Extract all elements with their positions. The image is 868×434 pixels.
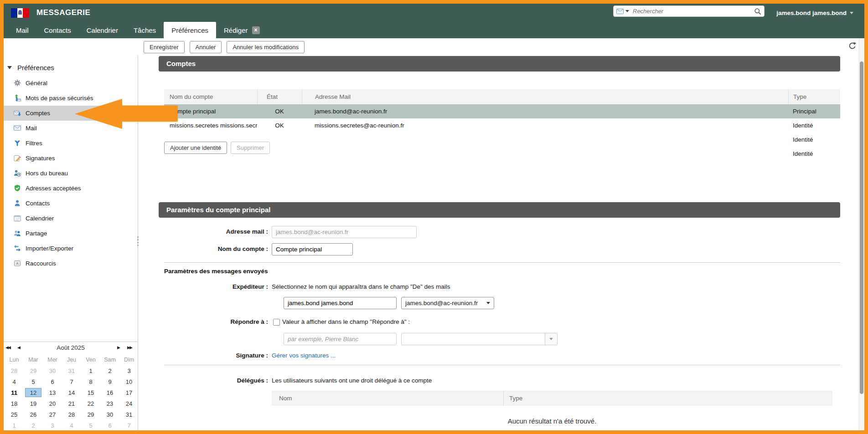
calendar-day[interactable]: 4 (5, 377, 24, 388)
account-row[interactable]: missions.secretes missions.secreOKmissio… (164, 118, 840, 133)
calendar-day[interactable]: 29 (24, 366, 43, 377)
calendar-day[interactable]: 1 (81, 366, 100, 377)
tab-mail[interactable]: Mail (8, 22, 36, 38)
calendar-day[interactable]: 30 (43, 366, 62, 377)
calendar-day[interactable]: 18 (5, 398, 24, 409)
tab-contacts[interactable]: Contacts (36, 22, 79, 38)
collapse-triangle-icon[interactable] (7, 66, 12, 69)
calendar-day-header: Jeu (62, 357, 81, 363)
scrollbar-thumb[interactable] (860, 61, 863, 394)
calendar-day[interactable]: 28 (62, 409, 81, 420)
sidebar-item-hors-du-bureau[interactable]: Hors du bureau (4, 166, 138, 181)
calendar-day[interactable]: 17 (119, 388, 139, 398)
calendar-day[interactable]: 16 (100, 388, 119, 398)
reply-to-checkbox-label: Valeur à afficher dans le champ "Répondr… (282, 318, 410, 325)
add-identity-button[interactable]: Ajouter une identité (164, 142, 227, 154)
chevron-down-icon[interactable] (625, 10, 629, 12)
shortcut-key-icon: A (14, 260, 21, 267)
calendar-day[interactable]: 9 (100, 377, 119, 388)
search-icon[interactable] (754, 8, 761, 15)
next-month-icon[interactable]: ▶ (117, 345, 120, 350)
combo-dropdown-button[interactable] (545, 333, 557, 345)
calendar-day[interactable]: 25 (5, 409, 24, 420)
next-year-icon[interactable]: ▶▶ (127, 345, 132, 350)
delete-identity-button[interactable]: Supprimer (231, 142, 270, 154)
manage-signatures-link[interactable]: Gérer vos signatures ... (272, 352, 336, 359)
calendar-day[interactable]: 13 (43, 388, 62, 398)
column-header-name[interactable]: Nom du compte (164, 89, 257, 104)
calendar-day[interactable]: 1 (5, 420, 24, 431)
calendar-day[interactable]: 2 (24, 420, 43, 431)
calendar-day[interactable]: 24 (119, 398, 139, 409)
email-field[interactable] (272, 226, 417, 238)
calendar-day[interactable]: 4 (62, 420, 81, 431)
calendar-day[interactable]: 8 (81, 377, 100, 388)
tab-calendrier[interactable]: Calendrier (79, 22, 126, 38)
sidebar-item-general[interactable]: Général (4, 76, 138, 91)
tab-taches[interactable]: Tâches (126, 22, 164, 38)
sidebar-item-signatures[interactable]: Signatures (4, 151, 138, 166)
calendar-day[interactable]: 10 (119, 377, 139, 388)
messagerie-window: MESSAGERIE james.bond james.bond Mail Co… (0, 0, 868, 434)
refresh-icon[interactable] (848, 41, 857, 52)
from-name-input[interactable] (284, 297, 397, 309)
calendar-day[interactable]: 26 (24, 409, 43, 420)
sash-handle[interactable] (137, 236, 139, 248)
reply-to-checkbox[interactable] (273, 319, 280, 326)
calendar-day[interactable]: 22 (81, 398, 100, 409)
calendar-day[interactable]: 15 (81, 388, 100, 398)
calendar-day[interactable]: 27 (43, 409, 62, 420)
column-header-delegate-name[interactable]: Nom (272, 391, 503, 406)
sidebar-item-contacts[interactable]: Contacts (4, 196, 138, 211)
sidebar-item-partage[interactable]: Partage (4, 226, 138, 241)
calendar-day[interactable]: 21 (62, 398, 81, 409)
column-header-status[interactable]: État (257, 89, 302, 104)
calendar-day[interactable]: 7 (62, 377, 81, 388)
calendar-day[interactable]: 14 (62, 388, 81, 398)
calendar-day[interactable]: 31 (119, 409, 139, 420)
close-icon[interactable]: × (252, 26, 260, 34)
tab-preferences[interactable]: Préférences (164, 22, 216, 38)
calendar-day[interactable]: 28 (5, 366, 24, 377)
undo-changes-button[interactable]: Annuler les modifications (227, 41, 305, 53)
account-row[interactable]: Compte principalOKjames.bond@ac-reunion.… (164, 104, 840, 118)
search-box[interactable] (613, 5, 765, 17)
calendar-day[interactable]: 7 (119, 420, 139, 431)
calendar-selected-day[interactable]: 12 (25, 388, 41, 397)
calendar-day[interactable]: 11 (5, 388, 24, 398)
calendar-day[interactable]: 6 (43, 377, 62, 388)
sidebar-item-adresses-acceptees[interactable]: Adresses acceptées (4, 181, 138, 196)
sidebar-item-label: Partage (26, 230, 47, 237)
calendar-day[interactable]: 20 (43, 398, 62, 409)
sidebar-item-filtres[interactable]: Filtres (4, 136, 138, 151)
reply-to-address-combo[interactable] (401, 333, 558, 345)
column-header-email[interactable]: Adresse Mail (302, 89, 788, 104)
calendar-day[interactable]: 23 (100, 398, 119, 409)
sidebar-item-calendrier[interactable]: Calendrier (4, 211, 138, 226)
sidebar-item-importer-exporter[interactable]: Importer/Exporter (4, 241, 138, 256)
column-header-delegate-type[interactable]: Type (503, 391, 832, 406)
cancel-button[interactable]: Annuler (190, 41, 222, 53)
calendar-day[interactable]: 3 (43, 420, 62, 431)
calendar-day[interactable]: 3 (119, 366, 139, 377)
calendar-day[interactable]: 31 (62, 366, 81, 377)
sidebar-root-preferences[interactable]: Préférences (4, 61, 138, 74)
calendar-day[interactable]: 5 (24, 377, 43, 388)
tab-rediger[interactable]: Rédiger × (216, 22, 268, 38)
calendar-day[interactable]: 2 (100, 366, 119, 377)
calendar-day[interactable]: 6 (100, 420, 119, 431)
calendar-day[interactable]: 12 (24, 388, 43, 398)
save-button[interactable]: Enregistrer (144, 41, 185, 53)
calendar-day-header: Ven (81, 357, 100, 363)
column-header-type[interactable]: Type (788, 89, 840, 104)
from-address-select[interactable]: james.bond@ac-reunion.fr (401, 297, 494, 309)
sidebar-item-raccourcis[interactable]: ARaccourcis (4, 256, 138, 271)
user-menu[interactable]: james.bond james.bond (776, 4, 853, 22)
calendar-day[interactable]: 19 (24, 398, 43, 409)
search-input[interactable] (632, 7, 754, 15)
reply-to-name-input[interactable] (284, 333, 397, 345)
calendar-day[interactable]: 5 (81, 420, 100, 431)
account-name-field[interactable] (272, 243, 353, 255)
calendar-day[interactable]: 29 (81, 409, 100, 420)
calendar-day[interactable]: 30 (100, 409, 119, 420)
